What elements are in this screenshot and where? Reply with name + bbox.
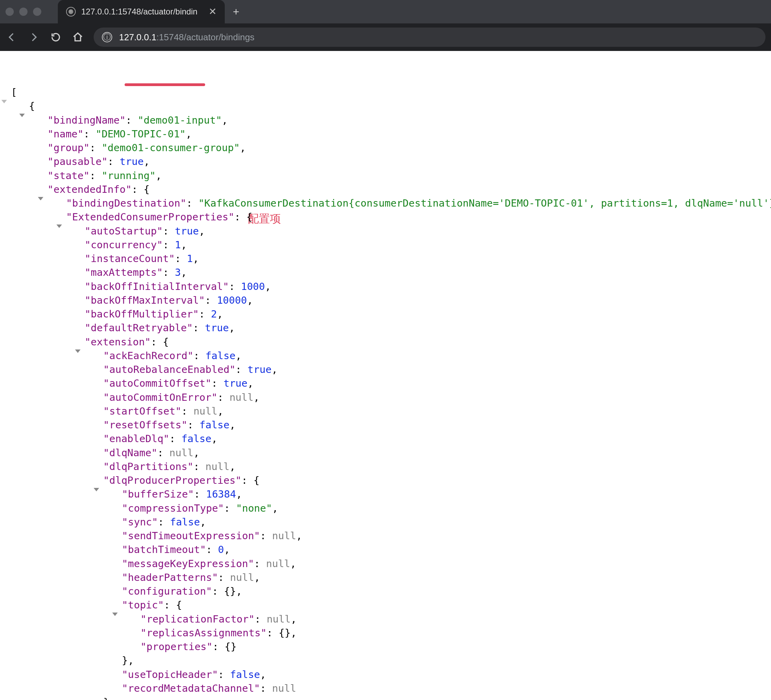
json-token-null: null bbox=[267, 613, 291, 625]
json-line: "messageKeyExpression": null, bbox=[7, 557, 768, 571]
json-line: "backOffInitialInterval": 1000, bbox=[7, 280, 768, 293]
json-token-colon: : bbox=[194, 350, 205, 361]
json-token-bool: false bbox=[205, 350, 236, 361]
traffic-lights bbox=[5, 8, 50, 16]
json-token-punc: {}, bbox=[224, 585, 242, 597]
json-viewer: 配置项 [{"bindingName": "demo01-input","nam… bbox=[0, 51, 771, 700]
json-token-punc: , bbox=[229, 419, 236, 431]
json-token-punc: , bbox=[247, 378, 253, 389]
url-path: :15748/actuator/bindings bbox=[156, 32, 254, 42]
expand-caret-icon[interactable] bbox=[2, 100, 7, 103]
json-token-num: 16384 bbox=[206, 488, 236, 500]
json-token-key: "properties" bbox=[140, 641, 213, 653]
json-token-key: "backOffInitialInterval" bbox=[85, 281, 229, 292]
json-token-punc: }, bbox=[122, 654, 134, 666]
json-token-colon: : bbox=[205, 295, 217, 306]
json-token-punc: , bbox=[290, 558, 296, 570]
json-line: "autoRebalanceEnabled": true, bbox=[7, 363, 768, 376]
json-line: "batchTimeout": 0, bbox=[7, 543, 768, 557]
json-token-colon: : bbox=[218, 571, 230, 583]
json-token-bool: true bbox=[175, 225, 199, 237]
json-token-punc: , bbox=[222, 114, 228, 126]
json-line: "bindingDestination": "KafkaConsumerDest… bbox=[7, 196, 768, 210]
json-token-punc: , bbox=[247, 295, 253, 306]
json-token-punc: , bbox=[181, 267, 187, 278]
json-token-colon: : bbox=[169, 433, 181, 444]
browser-tab[interactable]: 127.0.0.1:15748/actuator/bindin ✕ bbox=[58, 0, 225, 23]
json-token-bool: true bbox=[247, 364, 272, 375]
json-token-string: "DEMO-TOPIC-01" bbox=[96, 128, 186, 140]
json-token-punc: , bbox=[240, 142, 246, 153]
json-line: "state": "running", bbox=[7, 169, 768, 182]
json-token-colon: : bbox=[236, 364, 247, 375]
json-line: "configuration": {}, bbox=[7, 584, 768, 598]
back-button[interactable] bbox=[5, 31, 18, 43]
json-line: [ bbox=[7, 85, 768, 99]
json-token-null: null bbox=[272, 682, 296, 694]
json-token-punc: { bbox=[29, 100, 35, 112]
json-line: "resetOffsets": false, bbox=[7, 418, 768, 432]
home-button[interactable] bbox=[72, 31, 84, 43]
json-token-colon: : bbox=[260, 682, 272, 694]
json-token-key: "replicasAssignments" bbox=[140, 627, 267, 639]
json-line: "backOffMaxInterval": 10000, bbox=[7, 293, 768, 307]
close-window-button[interactable] bbox=[5, 8, 14, 16]
minimize-window-button[interactable] bbox=[19, 8, 28, 16]
json-token-null: null bbox=[205, 461, 229, 472]
json-line: "extendedInfo": { bbox=[7, 182, 768, 196]
json-token-colon: : bbox=[260, 530, 272, 542]
json-line: "ackEachRecord": false, bbox=[7, 349, 768, 363]
json-token-colon: : bbox=[255, 613, 267, 625]
json-token-string: "KafkaConsumerDestination{consumerDestin… bbox=[198, 197, 771, 209]
json-token-punc: { bbox=[143, 184, 150, 195]
json-token-punc: , bbox=[272, 502, 278, 514]
json-token-bool: true bbox=[223, 378, 247, 389]
json-line: "backOffMultiplier": 2, bbox=[7, 307, 768, 321]
json-token-punc: , bbox=[296, 530, 302, 542]
navigation-bar: ⓘ 127.0.0.1:15748/actuator/bindings bbox=[0, 23, 771, 51]
json-token-colon: : bbox=[163, 225, 175, 237]
address-bar[interactable]: ⓘ 127.0.0.1:15748/actuator/bindings bbox=[94, 28, 766, 47]
json-token-null: null bbox=[169, 447, 194, 459]
json-token-punc: , bbox=[186, 128, 192, 140]
json-token-colon: : bbox=[212, 585, 224, 597]
site-info-icon[interactable]: ⓘ bbox=[102, 32, 112, 42]
json-token-key: "state" bbox=[47, 170, 89, 181]
reload-button[interactable] bbox=[50, 31, 62, 43]
json-line: "compressionType": "none", bbox=[7, 501, 768, 515]
json-token-colon: : bbox=[224, 502, 236, 514]
json-token-bool: false bbox=[170, 516, 200, 528]
json-line: "replicasAssignments": {}, bbox=[7, 626, 768, 640]
json-line: "sync": false, bbox=[7, 515, 768, 529]
json-token-key: "recordMetadataChannel" bbox=[122, 682, 260, 694]
json-token-key: "enableDlq" bbox=[103, 433, 169, 444]
json-token-punc: {} bbox=[224, 641, 236, 653]
json-line: "startOffset": null, bbox=[7, 404, 768, 418]
json-line: "topic": { bbox=[7, 598, 768, 612]
json-line: "concurrency": 1, bbox=[7, 238, 768, 252]
json-token-punc: , bbox=[272, 364, 277, 375]
json-token-colon: : bbox=[89, 170, 102, 181]
json-token-colon: : bbox=[199, 308, 211, 320]
forward-button[interactable] bbox=[28, 31, 40, 43]
json-line: "recordMetadataChannel": null bbox=[7, 681, 768, 695]
new-tab-button[interactable]: + bbox=[233, 5, 239, 18]
maximize-window-button[interactable] bbox=[33, 8, 41, 16]
json-token-punc: , bbox=[254, 571, 260, 583]
json-token-colon: : bbox=[132, 184, 143, 195]
json-token-punc: , bbox=[218, 405, 223, 417]
json-token-punc: { bbox=[163, 336, 169, 348]
json-token-bool: false bbox=[181, 433, 211, 444]
tab-close-button[interactable]: ✕ bbox=[208, 7, 216, 16]
json-line: "ExtendedConsumerProperties": { bbox=[7, 210, 768, 224]
json-line: }, bbox=[7, 695, 768, 700]
json-line: "dlqPartitions": null, bbox=[7, 460, 768, 474]
json-line: { bbox=[7, 99, 768, 113]
json-token-num: 1 bbox=[175, 239, 181, 251]
json-line: }, bbox=[7, 653, 768, 667]
json-token-key: "group" bbox=[47, 142, 89, 153]
json-token-string: "none" bbox=[236, 502, 272, 514]
json-token-punc: , bbox=[254, 391, 260, 403]
json-token-key: "pausable" bbox=[47, 156, 108, 167]
json-token-colon: : bbox=[211, 378, 223, 389]
